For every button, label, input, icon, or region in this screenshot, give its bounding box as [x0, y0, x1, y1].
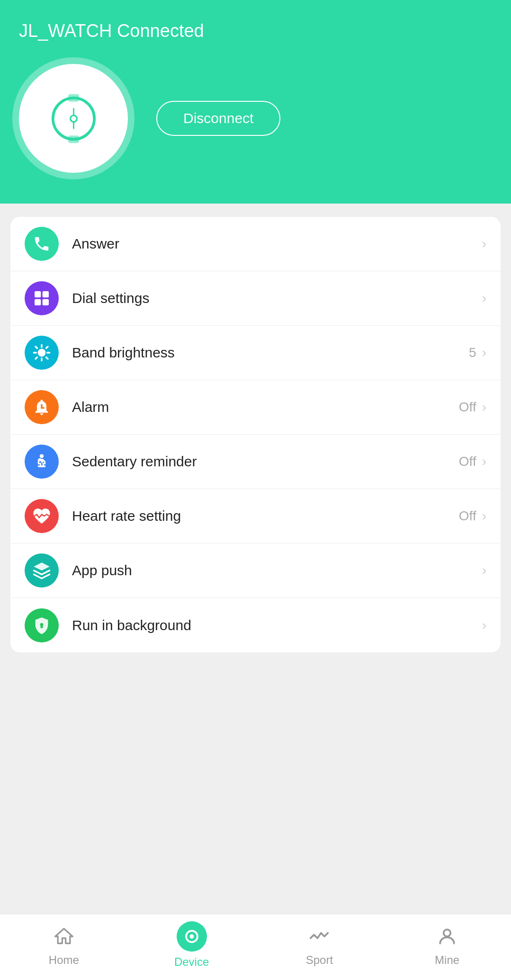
- alarm-chevron: ›: [482, 400, 486, 415]
- header-title: JL_WATCH Connected: [19, 21, 492, 41]
- svg-point-22: [40, 623, 44, 626]
- sport-icon: [306, 923, 332, 950]
- sport-label: Sport: [306, 953, 333, 967]
- watch-icon-circle: [19, 64, 128, 173]
- mine-label: Mine: [435, 953, 459, 967]
- alarm-value: Off: [459, 400, 476, 415]
- answer-icon-wrap: [25, 227, 59, 261]
- nav-item-home[interactable]: Home: [0, 923, 128, 967]
- home-label: Home: [49, 953, 79, 967]
- alarm-icon: [32, 398, 51, 417]
- menu-item-band-brightness[interactable]: Band brightness 5 ›: [10, 326, 501, 380]
- svg-point-0: [53, 98, 94, 139]
- heart-rate-label: Heart rate setting: [72, 508, 459, 524]
- sedentary-icon-wrap: [25, 445, 59, 479]
- menu-item-run-in-background[interactable]: Run in background ›: [10, 598, 501, 652]
- menu-item-alarm[interactable]: Alarm Off ›: [10, 380, 501, 435]
- device-icon: [177, 921, 207, 952]
- menu-item-app-push[interactable]: App push ›: [10, 543, 501, 598]
- app-push-label: App push: [72, 562, 482, 579]
- band-brightness-value: 5: [469, 345, 476, 360]
- svg-line-16: [46, 357, 48, 359]
- sedentary-reminder-chevron: ›: [482, 454, 486, 469]
- run-in-background-chevron: ›: [482, 618, 486, 633]
- heart-rate-icon-wrap: [25, 499, 59, 533]
- sedentary-icon: [32, 452, 51, 471]
- answer-label: Answer: [72, 236, 482, 252]
- svg-rect-2: [68, 135, 79, 143]
- band-brightness-label: Band brightness: [72, 345, 469, 361]
- svg-rect-1: [68, 94, 79, 101]
- menu-item-dial-settings[interactable]: Dial settings ›: [10, 271, 501, 326]
- svg-rect-8: [35, 299, 41, 305]
- run-bg-icon-wrap: [25, 608, 59, 642]
- nav-item-device[interactable]: Device: [128, 921, 256, 969]
- menu-item-answer[interactable]: Answer ›: [10, 217, 501, 271]
- brightness-icon: [32, 343, 51, 362]
- answer-chevron: ›: [482, 236, 486, 251]
- watch-svg-icon: [46, 91, 101, 146]
- svg-line-18: [36, 357, 37, 359]
- sedentary-reminder-label: Sedentary reminder: [72, 454, 459, 470]
- bottom-nav: Home Device Sport Mine: [0, 914, 511, 980]
- mine-icon: [434, 923, 460, 950]
- settings-card: Answer › Dial settings ›: [10, 217, 501, 652]
- nav-item-mine[interactable]: Mine: [383, 923, 511, 967]
- svg-rect-9: [43, 299, 49, 305]
- brightness-icon-wrap: [25, 336, 59, 370]
- heart-rate-value: Off: [459, 508, 476, 524]
- disconnect-button[interactable]: Disconnect: [156, 101, 280, 136]
- svg-point-26: [444, 929, 451, 936]
- app-push-icon: [32, 561, 51, 580]
- dial-settings-label: Dial settings: [72, 290, 482, 306]
- svg-point-10: [38, 349, 46, 357]
- app-push-chevron: ›: [482, 563, 486, 578]
- alarm-icon-wrap: [25, 390, 59, 424]
- heart-rate-icon: [32, 506, 52, 526]
- svg-rect-6: [35, 291, 41, 297]
- menu-item-sedentary-reminder[interactable]: Sedentary reminder Off ›: [10, 435, 501, 489]
- alarm-label: Alarm: [72, 399, 459, 415]
- nav-item-sport[interactable]: Sport: [256, 923, 384, 967]
- band-brightness-chevron: ›: [482, 345, 486, 360]
- device-label: Device: [174, 955, 209, 969]
- svg-rect-23: [41, 625, 43, 628]
- home-icon: [51, 923, 77, 950]
- app-push-icon-wrap: [25, 553, 59, 588]
- sedentary-reminder-value: Off: [459, 454, 476, 469]
- svg-line-15: [36, 347, 37, 348]
- svg-point-21: [40, 454, 44, 458]
- menu-item-heart-rate[interactable]: Heart rate setting Off ›: [10, 489, 501, 543]
- phone-icon: [33, 235, 51, 253]
- run-in-background-label: Run in background: [72, 617, 482, 633]
- run-background-icon: [32, 616, 51, 635]
- dial-icon-wrap: [25, 281, 59, 315]
- heart-rate-chevron: ›: [482, 508, 486, 524]
- svg-point-3: [70, 115, 77, 122]
- svg-line-17: [46, 347, 48, 348]
- dial-settings-chevron: ›: [482, 291, 486, 306]
- svg-point-25: [189, 934, 194, 938]
- svg-rect-7: [43, 291, 49, 297]
- dial-icon: [32, 289, 51, 308]
